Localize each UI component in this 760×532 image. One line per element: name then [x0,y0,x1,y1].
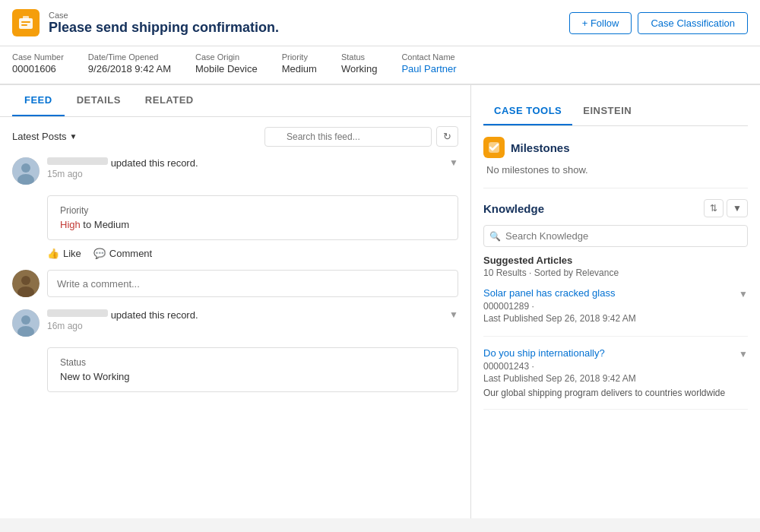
meta-status: Status Working [341,52,377,74]
comment-input[interactable] [47,270,458,297]
feed-refresh-button[interactable]: ↻ [436,126,458,147]
knowledge-search-input[interactable] [483,225,748,247]
meta-case-origin: Case Origin Mobile Device [195,52,258,74]
tab-case-tools[interactable]: CASE TOOLS [483,97,572,125]
comment-box [12,270,458,297]
meta-contact: Contact Name Paul Partner [401,52,456,74]
svg-point-5 [21,163,30,173]
feed-search-group: 🔍 ↻ [264,126,458,147]
left-panel: FEED DETAILS RELATED Latest Posts ▼ 🔍 ↻ [0,85,471,518]
feed-toolbar: Latest Posts ▼ 🔍 ↻ [12,126,458,147]
article-1-body: Solar panel has cracked glass 000001289 … [483,287,734,327]
knowledge-header: Knowledge ⇅ ▼ [483,199,748,217]
knowledge-dropdown-button[interactable]: ▼ [727,199,748,217]
suggested-articles-label: Suggested Articles [483,255,748,266]
article-item-1: Solar panel has cracked glass 000001289 … [483,287,748,337]
post1-content: updated this record. ▼ 15m ago [47,157,458,185]
case-label: Case [49,11,279,20]
article-1-id: 000001289 · [483,301,734,312]
post1-header: updated this record. ▼ [47,157,458,169]
case-classification-button[interactable]: Case Classification [638,12,748,34]
meta-case-number: Case Number 00001606 [12,52,64,74]
feed-area: Latest Posts ▼ 🔍 ↻ [0,117,470,518]
knowledge-section: Knowledge ⇅ ▼ 🔍 Suggested Articles 10 Re… [483,188,748,410]
post1-actions: 👍 Like 💬 Comment [47,248,458,259]
svg-point-11 [21,315,30,325]
avatar-post1 [12,157,40,185]
results-meta: 10 Results · Sorted by Relevance [483,268,748,278]
article-2-body: Do you ship internationally? 000001243 ·… [483,347,734,400]
change-card-priority: Priority High to Medium [47,195,458,240]
svg-rect-1 [23,16,29,20]
header-actions: + Follow Case Classification [569,12,748,34]
latest-posts-dropdown[interactable]: Latest Posts ▼ [12,131,77,142]
header-left: Case Please send shipping confirmation. [12,9,279,36]
follow-button[interactable]: + Follow [569,12,632,34]
milestones-title: Milestones [511,141,570,154]
contact-name-link[interactable]: Paul Partner [401,63,456,74]
right-tabs: CASE TOOLS EINSTEIN [483,97,748,126]
case-icon [12,9,40,36]
main-layout: FEED DETAILS RELATED Latest Posts ▼ 🔍 ↻ [0,85,760,518]
meta-date-opened: Date/Time Opened 9/26/2018 9:42 AM [88,52,171,74]
post2-content: updated this record. ▼ 16m ago [47,309,458,337]
article-1-date: Last Published Sep 26, 2018 9:42 AM [483,313,734,324]
knowledge-search-icon: 🔍 [489,231,501,242]
like-button[interactable]: 👍 Like [47,248,81,259]
post2-name-blur [47,309,108,317]
case-header: Case Please send shipping confirmation. … [0,0,760,46]
post2-time: 16m ago [47,321,458,331]
avatar-commenter [12,270,40,297]
feed-search-input[interactable] [264,127,432,147]
milestones-header: Milestones [483,137,748,158]
svg-rect-3 [21,24,27,26]
feed-post-1: updated this record. ▼ 15m ago [12,157,458,185]
post1-name-blur [47,157,108,165]
article-2-dropdown-icon[interactable]: ▼ [739,349,748,359]
post2-header: updated this record. ▼ [47,309,458,321]
avatar-post2 [12,309,40,337]
meta-bar: Case Number 00001606 Date/Time Opened 9/… [0,46,760,85]
case-title: Please send shipping confirmation. [49,20,279,36]
tab-details[interactable]: DETAILS [65,85,133,116]
comment-button[interactable]: 💬 Comment [93,248,152,259]
article-2-title[interactable]: Do you ship internationally? [483,347,734,359]
tab-related[interactable]: RELATED [133,85,206,116]
feed-search-wrap: 🔍 [264,127,432,147]
knowledge-search-wrap: 🔍 [483,225,748,247]
milestones-section: Milestones No milestones to show. [483,137,748,176]
like-icon: 👍 [47,248,59,259]
article-2-desc: Our global shipping program delivers to … [483,387,734,400]
comment-icon: 💬 [93,248,106,259]
post1-dropdown-icon[interactable]: ▼ [449,157,458,168]
tab-einstein[interactable]: EINSTEIN [572,97,642,125]
article-1-dropdown-icon[interactable]: ▼ [739,289,748,299]
post2-dropdown-icon[interactable]: ▼ [449,309,458,320]
knowledge-title: Knowledge [483,202,544,215]
right-panel: CASE TOOLS EINSTEIN Milestones No milest… [471,85,760,518]
article-2-date: Last Published Sep 26, 2018 9:42 AM [483,373,734,384]
latest-posts-arrow-icon: ▼ [70,132,78,141]
feed-post-2: updated this record. ▼ 16m ago [12,309,458,337]
milestone-icon [483,137,505,158]
article-1-title[interactable]: Solar panel has cracked glass [483,287,734,299]
svg-point-8 [21,276,30,285]
milestones-empty: No milestones to show. [483,164,748,176]
knowledge-sort-button[interactable]: ⇅ [704,199,724,217]
left-tabs: FEED DETAILS RELATED [0,85,470,117]
meta-priority: Priority Medium [282,52,317,74]
article-item-2: Do you ship internationally? 000001243 ·… [483,347,748,410]
post1-time: 15m ago [47,169,458,179]
knowledge-controls: ⇅ ▼ [704,199,748,217]
article-2-id: 000001243 · [483,361,734,372]
tab-feed[interactable]: FEED [12,85,65,116]
svg-rect-2 [21,21,30,23]
header-title-block: Case Please send shipping confirmation. [49,11,279,36]
svg-rect-0 [19,18,33,29]
change-card-status: Status New to Working [47,347,458,392]
